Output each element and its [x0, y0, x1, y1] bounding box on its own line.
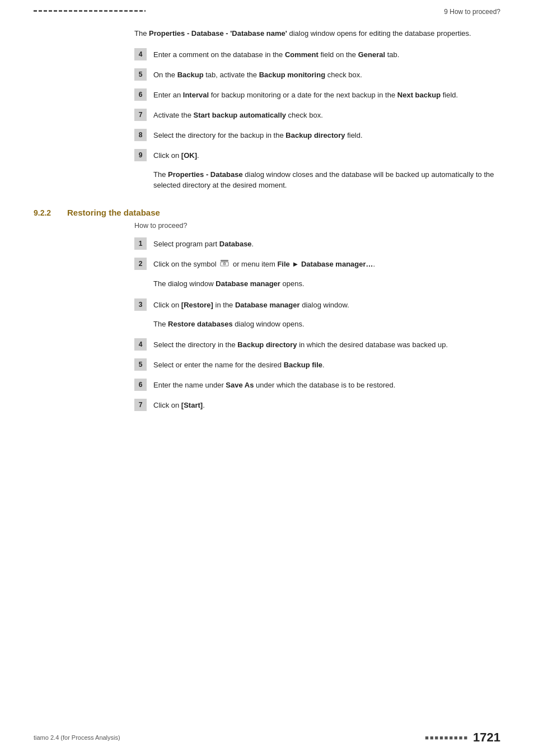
step-r5-block: 5 Select or enter the name for the desir…: [134, 358, 500, 371]
step-r3-block: 3 Click on [Restore] in the Database man…: [134, 298, 500, 311]
step-r1-block: 1 Select program part Database.: [134, 237, 500, 250]
intro-text-before: The: [134, 29, 149, 38]
intro-paragraph: The Properties - Database - 'Database na…: [134, 28, 500, 39]
step-6-text: Enter an Interval for backup monitoring …: [153, 88, 458, 101]
top-decorative-line: [34, 10, 146, 12]
step-r2-number: 2: [134, 258, 147, 270]
step-6-block: 6 Enter an Interval for backup monitorin…: [134, 88, 500, 101]
page-header: 9 How to proceed?: [444, 8, 500, 16]
footer-dots: ■■■■■■■■■: [425, 734, 469, 741]
section-922-heading: 9.2.2 Restoring the database: [34, 208, 500, 217]
page: 9 How to proceed? The Properties - Datab…: [0, 0, 534, 756]
arrow-icon: ►: [292, 260, 299, 268]
footer-page-number: 1721: [473, 730, 500, 745]
step-r6-number: 6: [134, 379, 147, 391]
section-title: Restoring the database: [67, 208, 160, 217]
step-5-number: 5: [134, 68, 147, 81]
step-5-block: 5 On the Backup tab, activate the Backup…: [134, 68, 500, 81]
footer-product-name: tiamo 2.4 (for Process Analysis): [34, 734, 120, 741]
svg-point-2: [223, 263, 226, 265]
step-r1-text: Select program part Database.: [153, 237, 254, 250]
step-5-text: On the Backup tab, activate the Backup m…: [153, 68, 362, 81]
step-4-text: Enter a comment on the database in the C…: [153, 48, 399, 60]
step-8-text: Select the directory for the backup in t…: [153, 129, 363, 141]
step-r1-number: 1: [134, 237, 147, 250]
step-r5-text: Select or enter the name for the desired…: [153, 358, 325, 371]
step-7-number: 7: [134, 109, 147, 121]
step-r3-followup: The Restore databases dialog window open…: [153, 319, 500, 330]
step-9-followup: The Properties - Database dialog window …: [153, 169, 500, 191]
step-r2-followup: The dialog window Database manager opens…: [153, 278, 500, 290]
step-7-block: 7 Activate the Start backup automaticall…: [134, 109, 500, 121]
step-6-number: 6: [134, 88, 147, 101]
intro-text-after: dialog window opens for editing the data…: [287, 29, 471, 38]
step-r2-text: Click on the symbol or menu item File ► …: [153, 258, 375, 271]
step-r4-number: 4: [134, 338, 147, 351]
step-r5-number: 5: [134, 358, 147, 371]
step-r6-block: 6 Enter the name under Save As under whi…: [134, 379, 500, 391]
step-r7-number: 7: [134, 399, 147, 411]
step-9-text: Click on [OK].: [153, 149, 199, 161]
step-4-number: 4: [134, 48, 147, 60]
step-9-block: 9 Click on [OK].: [134, 149, 500, 161]
step-r6-text: Enter the name under Save As under which…: [153, 379, 395, 391]
step-r4-text: Select the directory in the Backup direc…: [153, 338, 448, 351]
step-8-number: 8: [134, 129, 147, 141]
intro-bold: Properties - Database - 'Database name': [149, 29, 287, 38]
step-4-block: 4 Enter a comment on the database in the…: [134, 48, 500, 60]
step-9-number: 9: [134, 149, 147, 161]
restore-icon: [220, 259, 229, 271]
step-8-block: 8 Select the directory for the backup in…: [134, 129, 500, 141]
svg-rect-0: [221, 260, 228, 262]
step-r7-block: 7 Click on [Start].: [134, 399, 500, 411]
main-content: The Properties - Database - 'Database na…: [34, 28, 500, 722]
step-r3-text: Click on [Restore] in the Database manag…: [153, 298, 349, 311]
step-r7-text: Click on [Start].: [153, 399, 205, 411]
page-footer: tiamo 2.4 (for Process Analysis) ■■■■■■■…: [34, 730, 500, 745]
step-r3-number: 3: [134, 298, 147, 311]
step-7-text: Activate the Start backup automatically …: [153, 109, 323, 121]
how-to-proceed-label: How to proceed?: [134, 222, 500, 230]
step-r4-block: 4 Select the directory in the Backup dir…: [134, 338, 500, 351]
footer-page-number-area: ■■■■■■■■■ 1721: [425, 730, 500, 745]
section-number: 9.2.2: [34, 208, 67, 217]
step-r2-block: 2 Click on the symbol or menu item File …: [134, 258, 500, 271]
